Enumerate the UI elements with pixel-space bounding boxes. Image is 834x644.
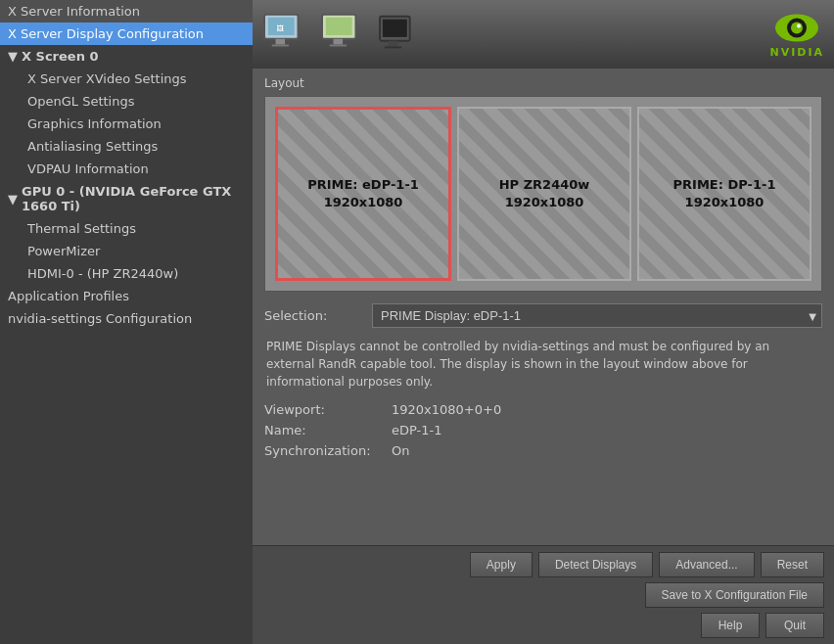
sidebar-item-thermal-settings[interactable]: Thermal Settings <box>0 217 253 240</box>
monitor-icon-2 <box>320 13 369 56</box>
svg-rect-7 <box>334 39 344 45</box>
display-box-prime-edp-1-1[interactable]: PRIME: eDP-1-1 1920x1080 <box>275 107 451 281</box>
property-viewport: Viewport: 1920x1080+0+0 <box>264 402 822 417</box>
svg-rect-2 <box>276 39 286 45</box>
svg-text:🖼: 🖼 <box>277 24 285 33</box>
viewport-value: 1920x1080+0+0 <box>392 402 501 417</box>
sidebar-item-app-profiles[interactable]: Application Profiles <box>0 285 253 307</box>
monitor-icon-3 <box>378 13 427 56</box>
svg-rect-6 <box>326 18 352 35</box>
svg-point-16 <box>797 24 801 28</box>
sync-label: Synchronization: <box>264 443 382 458</box>
svg-rect-12 <box>385 46 401 48</box>
reset-button[interactable]: Reset <box>761 552 824 577</box>
selection-row: Selection: PRIME Display: eDP-1-1HP ZR24… <box>264 303 822 328</box>
svg-rect-11 <box>389 41 398 47</box>
chevron-down-icon: ▼ <box>8 49 18 64</box>
save-to-x-config-button[interactable]: Save to X Configuration File <box>645 582 824 608</box>
sidebar-group-x-screen-0[interactable]: ▼ X Screen 0 <box>0 45 253 68</box>
help-button[interactable]: Help <box>701 613 760 638</box>
sync-value: On <box>392 443 409 458</box>
name-label: Name: <box>264 423 382 437</box>
property-synchronization: Synchronization: On <box>264 443 822 458</box>
save-button-row: Save to X Configuration File <box>262 582 824 608</box>
selection-label: Selection: <box>264 308 362 323</box>
sidebar-item-x-server-info[interactable]: X Server Information <box>0 0 253 23</box>
header: 🖼 <box>253 0 834 69</box>
app-container: X Server Information X Server Display Co… <box>0 0 834 644</box>
advanced-button[interactable]: Advanced... <box>659 552 754 577</box>
svg-point-15 <box>791 23 803 34</box>
name-value: eDP-1-1 <box>392 423 442 437</box>
layout-display-area: PRIME: eDP-1-1 1920x1080 HP ZR2440w 1920… <box>264 96 822 292</box>
sidebar-item-graphics-info[interactable]: Graphics Information <box>0 113 253 135</box>
display-box-prime-dp-1-1[interactable]: PRIME: DP-1-1 1920x1080 <box>637 107 811 281</box>
chevron-down-icon: ▼ <box>8 192 18 207</box>
quit-button[interactable]: Quit <box>765 613 824 638</box>
sidebar-item-x-server-display-config[interactable]: X Server Display Configuration <box>0 23 253 45</box>
sidebar-item-x-server-xvideo[interactable]: X Server XVideo Settings <box>0 68 253 90</box>
nvidia-logo: NVIDIA <box>769 11 824 59</box>
sidebar-item-nvidia-settings-config[interactable]: nvidia-settings Configuration <box>0 307 253 330</box>
monitor-icon-1: 🖼 <box>262 13 311 56</box>
bottom-area: Apply Detect Displays Advanced... Reset … <box>253 545 834 644</box>
main-content: Layout PRIME: eDP-1-1 1920x1080 HP ZR244… <box>253 69 834 545</box>
svg-rect-8 <box>330 45 347 47</box>
display-box-prime-edp-1-1-label: PRIME: eDP-1-1 1920x1080 <box>307 176 419 211</box>
svg-rect-10 <box>383 20 407 37</box>
sidebar: X Server Information X Server Display Co… <box>0 0 253 644</box>
viewport-label: Viewport: <box>264 402 382 417</box>
properties-table: Viewport: 1920x1080+0+0 Name: eDP-1-1 Sy… <box>264 402 822 464</box>
svg-rect-3 <box>272 45 289 47</box>
sidebar-item-hdmi-0[interactable]: HDMI-0 - (HP ZR2440w) <box>0 262 253 285</box>
sidebar-item-vdpau[interactable]: VDPAU Information <box>0 158 253 180</box>
apply-button[interactable]: Apply <box>470 552 533 577</box>
display-box-prime-dp-1-1-label: PRIME: DP-1-1 1920x1080 <box>673 176 776 211</box>
sidebar-item-antialiasing[interactable]: Antialiasing Settings <box>0 135 253 158</box>
content-area: 🖼 <box>253 0 834 644</box>
display-box-hp-zr2440w-label: HP ZR2440w 1920x1080 <box>499 176 590 211</box>
selection-dropdown[interactable]: PRIME Display: eDP-1-1HP ZR2440wPRIME Di… <box>372 303 822 328</box>
primary-button-row: Apply Detect Displays Advanced... Reset <box>262 552 824 577</box>
nvidia-brand-text: NVIDIA <box>769 46 824 59</box>
layout-section-label: Layout <box>264 76 822 90</box>
info-text: PRIME Displays cannot be controlled by n… <box>264 338 822 391</box>
detect-displays-button[interactable]: Detect Displays <box>538 552 653 577</box>
sidebar-item-opengl-settings[interactable]: OpenGL Settings <box>0 90 253 113</box>
sidebar-group-gpu-0[interactable]: ▼ GPU 0 - (NVIDIA GeForce GTX 1660 Ti) <box>0 180 253 217</box>
selection-dropdown-wrapper[interactable]: PRIME Display: eDP-1-1HP ZR2440wPRIME Di… <box>372 303 822 328</box>
property-name: Name: eDP-1-1 <box>264 423 822 437</box>
display-box-hp-zr2440w[interactable]: HP ZR2440w 1920x1080 <box>457 107 631 281</box>
nvidia-eye-icon <box>773 11 820 46</box>
help-quit-button-row: Help Quit <box>262 613 824 638</box>
sidebar-item-powermizer[interactable]: PowerMizer <box>0 240 253 262</box>
